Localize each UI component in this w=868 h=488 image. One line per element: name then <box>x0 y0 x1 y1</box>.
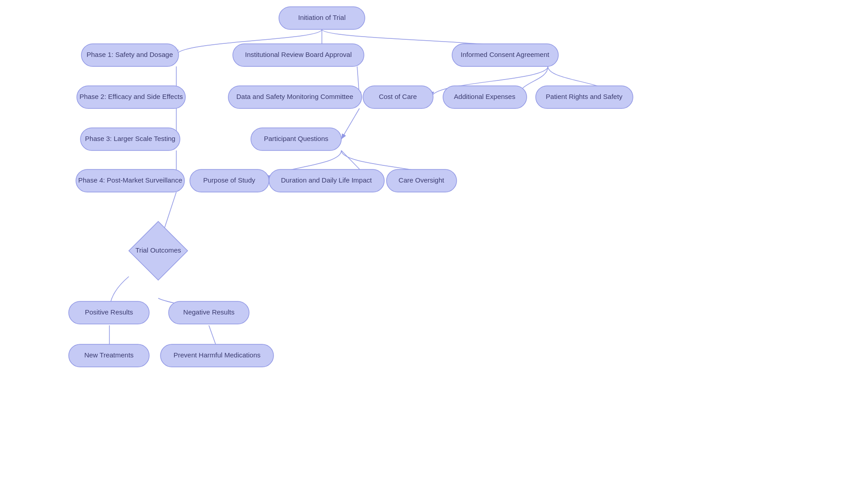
node-pos-label: Purpose of Study <box>203 176 255 184</box>
node-newtreat-label: New Treatments <box>84 351 133 359</box>
node-dsmc-label: Data and Safety Monitoring Committee <box>236 93 353 100</box>
node-initiation-label: Initiation of Trial <box>298 14 345 21</box>
node-positive-label: Positive Results <box>85 308 133 316</box>
node-phase3-label: Phase 3: Larger Scale Testing <box>85 135 175 142</box>
node-prevent-label: Prevent Harmful Medications <box>174 351 261 359</box>
line-dsmc-pq <box>341 108 359 139</box>
node-ica-label: Informed Consent Agreement <box>461 51 550 58</box>
node-ae-label: Additional Expenses <box>454 93 515 100</box>
node-pq-label: Participant Questions <box>264 135 329 142</box>
node-outcomes-label: Trial Outcomes <box>135 246 181 254</box>
node-prs-label: Patient Rights and Safety <box>546 93 623 100</box>
node-co-label: Care Oversight <box>399 176 445 184</box>
node-phase2-label: Phase 2: Efficacy and Side Effects <box>80 93 183 100</box>
node-phase4-label: Phase 4: Post-Market Surveillance <box>78 176 182 184</box>
node-phase1-label: Phase 1: Safety and Dosage <box>87 51 173 58</box>
node-ddli-label: Duration and Daily Life Impact <box>281 176 373 184</box>
node-coc-label: Cost of Care <box>379 93 417 100</box>
node-negative-label: Negative Results <box>183 308 234 316</box>
node-irb-label: Institutional Review Board Approval <box>245 51 352 58</box>
